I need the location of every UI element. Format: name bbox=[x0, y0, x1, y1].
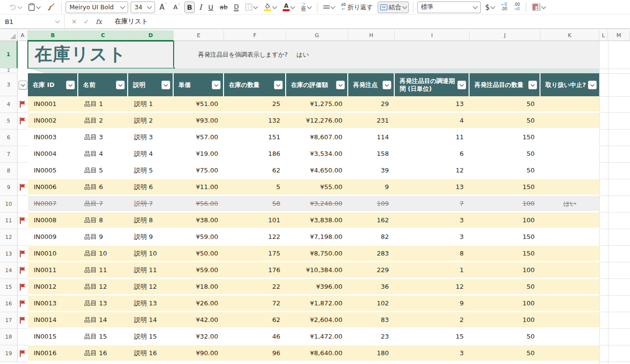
cell-value[interactable]: ¥2,604.00 bbox=[286, 312, 348, 327]
row-header-13[interactable]: 13 bbox=[0, 246, 18, 262]
column-header-F[interactable]: F bbox=[224, 30, 286, 41]
row-header-10[interactable]: 10 bbox=[0, 196, 18, 213]
cell-reorder_point[interactable]: 229 bbox=[348, 262, 395, 278]
paste-button[interactable] bbox=[26, 1, 42, 13]
table-column-header[interactable]: 再発注点 bbox=[348, 73, 395, 96]
cancel-icon[interactable]: ✕ bbox=[71, 18, 77, 25]
cell-reorder_point[interactable]: 231 bbox=[348, 113, 395, 128]
cell-name[interactable]: 品目 3 bbox=[78, 129, 128, 145]
cell-id[interactable]: IN0014 bbox=[28, 312, 78, 327]
cell-lead_days[interactable]: 11 bbox=[395, 129, 470, 145]
filter-button[interactable] bbox=[382, 81, 391, 89]
cell-qty[interactable]: 72 bbox=[224, 296, 286, 311]
increase-font-button[interactable]: A˄ bbox=[158, 1, 169, 13]
cell-qty[interactable]: 62 bbox=[224, 312, 286, 327]
cell-id[interactable]: IN0015 bbox=[28, 329, 78, 344]
cell-id[interactable]: IN0001 bbox=[28, 96, 78, 111]
table-column-header[interactable]: 取り扱い中止? bbox=[540, 73, 599, 96]
cell-price[interactable]: ¥56.00 bbox=[174, 196, 224, 211]
cell-id[interactable]: IN0003 bbox=[28, 129, 78, 145]
table-column-header[interactable]: 名前 bbox=[78, 73, 128, 96]
font-name-combobox[interactable]: Meiryo UI Bold bbox=[66, 1, 128, 13]
cell-discontinued[interactable] bbox=[540, 279, 599, 294]
row-header-4[interactable]: 4 bbox=[0, 96, 18, 113]
table-column-header[interactable]: 再発注品目の数量 bbox=[470, 73, 540, 96]
cell-lead_days[interactable]: 9 bbox=[395, 296, 470, 311]
alignment-button[interactable] bbox=[321, 1, 337, 13]
cell-qty[interactable]: 96 bbox=[224, 345, 286, 361]
cell-name[interactable]: 品目 8 bbox=[78, 213, 128, 228]
cell-price[interactable]: ¥50.00 bbox=[174, 246, 224, 261]
filter-button[interactable] bbox=[116, 81, 125, 89]
table-column-header[interactable]: 在庫の評価額 bbox=[286, 73, 348, 96]
cell-name[interactable]: 品目 9 bbox=[78, 229, 128, 244]
filter-button[interactable] bbox=[528, 81, 537, 89]
cell-desc[interactable]: 説明 7 bbox=[128, 196, 174, 211]
conditional-formatting-button[interactable] bbox=[530, 1, 547, 13]
cell-discontinued[interactable] bbox=[540, 229, 599, 244]
cell-qty[interactable]: 25 bbox=[224, 96, 286, 111]
cell-lead_days[interactable]: 12 bbox=[395, 163, 470, 178]
cell-lead_days[interactable]: 3 bbox=[395, 345, 470, 361]
cell-reorder_point[interactable]: 114 bbox=[348, 129, 395, 145]
cell-reorder_point[interactable]: 283 bbox=[348, 246, 395, 261]
cell-name[interactable]: 品目 5 bbox=[78, 163, 128, 178]
currency-format-button[interactable]: $ bbox=[483, 1, 497, 13]
cell-id[interactable]: IN0016 bbox=[28, 345, 78, 361]
cell-reorder_qty[interactable]: 100 bbox=[470, 196, 540, 211]
cell-id[interactable]: IN0011 bbox=[28, 262, 78, 278]
column-header-K[interactable]: K bbox=[540, 30, 599, 41]
cell-discontinued[interactable] bbox=[540, 146, 599, 161]
cell-reorder_point[interactable]: 102 bbox=[348, 296, 395, 311]
cell-id[interactable]: IN0006 bbox=[28, 179, 78, 194]
cell-desc[interactable]: 説明 12 bbox=[128, 279, 174, 294]
cell-value[interactable]: ¥3,534.00 bbox=[286, 146, 348, 161]
cell-reorder_qty[interactable]: 50 bbox=[470, 146, 540, 161]
cell-reorder_qty[interactable]: 50 bbox=[470, 279, 540, 294]
cell-desc[interactable]: 説明 1 bbox=[128, 96, 174, 111]
cell-desc[interactable]: 説明 9 bbox=[128, 229, 174, 244]
cell-price[interactable]: ¥26.00 bbox=[174, 296, 224, 311]
row-header-14[interactable]: 14 bbox=[0, 262, 18, 279]
cell-reorder_qty[interactable]: 100 bbox=[470, 296, 540, 311]
cell-price[interactable]: ¥75.00 bbox=[174, 163, 224, 178]
cell-discontinued[interactable] bbox=[540, 329, 599, 344]
cell-reorder_point[interactable]: 9 bbox=[348, 179, 395, 194]
cell-desc[interactable]: 説明 4 bbox=[128, 146, 174, 161]
cell-name[interactable]: 品目 16 bbox=[78, 345, 128, 361]
filter-button[interactable] bbox=[212, 81, 221, 89]
decrease-decimal-button[interactable]: .00→0 bbox=[512, 1, 522, 13]
double-underline-button[interactable]: D bbox=[232, 1, 241, 13]
column-header-L[interactable]: L bbox=[599, 30, 608, 41]
number-format-combobox[interactable]: 標準 bbox=[417, 1, 481, 13]
strikethrough-button[interactable]: ab bbox=[218, 1, 229, 13]
filter-button[interactable] bbox=[66, 81, 75, 89]
cell-qty[interactable]: 58 bbox=[224, 196, 286, 211]
filter-button[interactable] bbox=[336, 81, 345, 89]
formula-input[interactable]: 在庫リスト bbox=[109, 17, 148, 26]
cell-id[interactable]: IN0009 bbox=[28, 229, 78, 244]
cell-reorder_point[interactable]: 180 bbox=[348, 345, 395, 361]
row-header-8[interactable]: 8 bbox=[0, 163, 18, 179]
cell-reorder_qty[interactable]: 150 bbox=[470, 179, 540, 194]
cell-qty[interactable]: 176 bbox=[224, 262, 286, 278]
cell-value[interactable]: ¥396.00 bbox=[286, 279, 348, 294]
borders-button[interactable] bbox=[243, 1, 259, 13]
filter-button[interactable] bbox=[588, 81, 597, 89]
cell-desc[interactable]: 説明 3 bbox=[128, 129, 174, 145]
row-header-1[interactable]: 1 bbox=[0, 41, 18, 68]
table-column-header[interactable]: 在庫の数量 bbox=[224, 73, 286, 96]
row-header-7[interactable]: 7 bbox=[0, 146, 18, 163]
column-header-A[interactable]: A bbox=[18, 30, 28, 41]
cell-discontinued[interactable] bbox=[540, 129, 599, 145]
table-column-header[interactable]: 再発注品目の調達期間 (日単位) bbox=[395, 73, 470, 96]
cell-reorder_point[interactable]: 23 bbox=[348, 329, 395, 344]
cell-value[interactable]: ¥1,275.00 bbox=[286, 96, 348, 111]
row-header-6[interactable]: 6 bbox=[0, 129, 18, 146]
cell-desc[interactable]: 説明 2 bbox=[128, 113, 174, 128]
row-header-9[interactable]: 9 bbox=[0, 179, 18, 196]
cell-name[interactable]: 品目 13 bbox=[78, 296, 128, 311]
table-column-header[interactable]: 在庫 ID bbox=[28, 73, 78, 96]
cell-price[interactable]: ¥59.00 bbox=[174, 262, 224, 278]
font-size-combobox[interactable]: 34 bbox=[131, 1, 155, 13]
